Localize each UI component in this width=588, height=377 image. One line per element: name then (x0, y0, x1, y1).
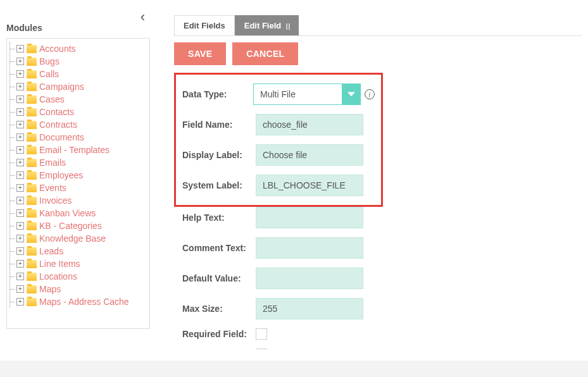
expand-icon[interactable]: + (16, 197, 24, 204)
tree-item-label[interactable]: Cases (39, 94, 65, 104)
expand-icon[interactable]: + (16, 184, 24, 192)
tree-item[interactable]: +Invoices (16, 194, 147, 207)
display-label-input[interactable] (256, 144, 363, 166)
expand-icon[interactable]: + (16, 209, 24, 217)
tree-item-label[interactable]: Accounts (39, 44, 76, 54)
tree-item[interactable]: +Contacts (16, 106, 147, 118)
tree-item[interactable]: +Contracts (16, 118, 147, 131)
folder-icon (27, 146, 37, 154)
expand-icon[interactable]: + (16, 83, 24, 90)
collapse-icon[interactable]: ‹ (141, 9, 145, 25)
label-data-type: Data Type: (182, 89, 253, 99)
help-text-input[interactable] (256, 207, 363, 228)
tree-item[interactable]: +KB - Categories (16, 219, 147, 232)
tree-item-label[interactable]: Emails (39, 158, 66, 168)
tab-edit-fields[interactable]: Edit Fields (174, 15, 235, 35)
tree-item-label[interactable]: Leads (39, 246, 63, 256)
expand-icon[interactable]: + (16, 58, 24, 65)
expand-icon[interactable]: + (16, 146, 24, 154)
cancel-button[interactable]: CANCEL (232, 42, 298, 65)
folder-icon (27, 45, 37, 53)
tree-item[interactable]: +Cases (16, 93, 147, 106)
tree-item[interactable]: +Locations (16, 270, 147, 283)
expand-icon[interactable]: + (16, 285, 24, 293)
expand-icon[interactable]: + (16, 247, 24, 255)
default-value-input[interactable] (256, 268, 363, 289)
tree-item[interactable]: +Calls (16, 68, 147, 80)
expand-icon[interactable]: + (16, 260, 24, 268)
audit-checkbox[interactable] (256, 349, 267, 349)
tree-item-label[interactable]: Campaigns (39, 82, 84, 92)
tree-item[interactable]: +Maps - Address Cache (16, 295, 147, 308)
info-icon[interactable]: i (365, 89, 375, 99)
expand-icon[interactable]: + (16, 121, 24, 128)
expand-icon[interactable]: + (16, 171, 24, 179)
save-button[interactable]: SAVE (174, 42, 226, 65)
expand-icon[interactable]: + (16, 70, 24, 78)
chevron-down-icon[interactable] (342, 83, 361, 105)
tab-edit-field[interactable]: Edit Field | | (235, 15, 299, 35)
tree-item[interactable]: +Emails (16, 156, 147, 169)
expand-icon[interactable]: + (16, 159, 24, 166)
expand-icon[interactable]: + (16, 108, 24, 116)
folder-icon (27, 260, 37, 268)
tree-item[interactable]: +Knowledge Base (16, 232, 147, 245)
tree-item-label[interactable]: Maps - Address Cache (39, 297, 129, 307)
tree-item-label[interactable]: Line Items (39, 259, 80, 269)
label-field-name: Field Name: (182, 120, 256, 130)
system-label-input[interactable] (256, 175, 363, 196)
module-tree[interactable]: +Accounts+Bugs+Calls+Campaigns+Cases+Con… (6, 38, 150, 329)
tree-item-label[interactable]: Documents (39, 132, 84, 142)
max-size-input[interactable] (256, 298, 363, 319)
expand-icon[interactable]: + (16, 45, 24, 53)
tree-item-label[interactable]: Employees (39, 170, 83, 180)
tree-item-label[interactable]: Contacts (39, 107, 74, 117)
tree-item-label[interactable]: Invoices (39, 195, 72, 206)
tree-item-label[interactable]: Kanban Views (39, 208, 96, 218)
expand-icon[interactable]: + (16, 133, 24, 141)
expand-icon[interactable]: + (16, 96, 24, 103)
tree-item[interactable]: +Events (16, 182, 147, 194)
data-type-select[interactable]: Multi File (253, 83, 361, 105)
folder-icon (27, 121, 37, 129)
tree-item[interactable]: +Bugs (16, 55, 147, 68)
tree-item[interactable]: +Campaigns (16, 80, 147, 93)
tree-item[interactable]: +Documents (16, 131, 147, 144)
tree-item-label[interactable]: Calls (39, 69, 59, 79)
tree-item[interactable]: +Accounts (16, 42, 147, 55)
folder-icon (27, 108, 37, 116)
folder-icon (27, 133, 37, 142)
tab-edit-field-label: Edit Field (244, 21, 282, 30)
tabs: Edit Fields Edit Field | | (174, 15, 582, 36)
tree-item[interactable]: +Line Items (16, 257, 147, 270)
tree-item[interactable]: +Kanban Views (16, 207, 147, 219)
tree-item-label[interactable]: Events (39, 183, 66, 193)
expand-icon[interactable]: + (16, 222, 24, 230)
tree-item-label[interactable]: Locations (39, 271, 77, 281)
folder-icon (27, 58, 37, 66)
field-name-input[interactable] (256, 114, 363, 135)
label-comment-text: Comment Text: (182, 243, 256, 253)
folder-icon (27, 273, 37, 281)
label-display-label: Display Label: (182, 150, 256, 160)
folder-icon (27, 298, 37, 306)
svg-marker-0 (347, 92, 355, 96)
tree-item[interactable]: +Maps (16, 283, 147, 295)
label-required-field: Required Field: (182, 329, 256, 339)
expand-icon[interactable]: + (16, 235, 24, 242)
tree-item-label[interactable]: Bugs (39, 56, 59, 66)
tree-item-label[interactable]: Maps (39, 284, 61, 294)
tree-item[interactable]: +Email - Templates (16, 144, 147, 156)
tree-item-label[interactable]: Contracts (39, 120, 77, 130)
folder-icon (27, 159, 37, 167)
tree-item[interactable]: +Employees (16, 169, 147, 182)
expand-icon[interactable]: + (16, 273, 24, 280)
tree-item-label[interactable]: KB - Categories (39, 221, 102, 231)
expand-icon[interactable]: + (16, 298, 24, 306)
folder-icon (27, 184, 37, 192)
tree-item-label[interactable]: Email - Templates (39, 145, 109, 155)
tree-item[interactable]: +Leads (16, 245, 147, 257)
tree-item-label[interactable]: Knowledge Base (39, 233, 106, 244)
required-field-checkbox[interactable] (256, 328, 267, 340)
comment-text-input[interactable] (256, 237, 363, 259)
